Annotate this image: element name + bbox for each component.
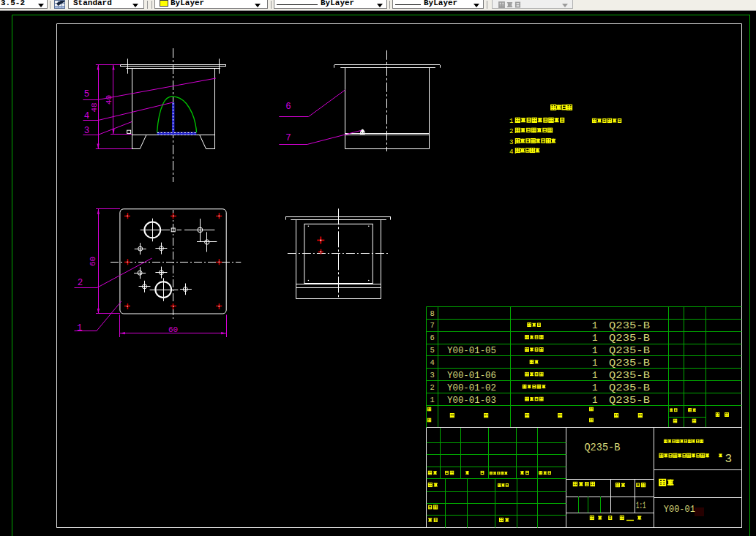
svg-text:Q235-B: Q235-B bbox=[609, 346, 651, 356]
svg-text:1: 1 bbox=[592, 383, 598, 393]
svg-text:4: 4 bbox=[84, 111, 90, 121]
svg-text:Y00-01-02: Y00-01-02 bbox=[447, 382, 496, 393]
svg-text:Q235-B: Q235-B bbox=[584, 442, 620, 453]
svg-text:1: 1 bbox=[77, 323, 83, 333]
svg-text:Q235-B: Q235-B bbox=[609, 358, 651, 369]
svg-text:1: 1 bbox=[592, 321, 598, 331]
svg-text:1: 1 bbox=[430, 396, 435, 404]
svg-text:2: 2 bbox=[78, 278, 83, 288]
svg-text:3: 3 bbox=[430, 371, 435, 380]
svg-text:1:1: 1:1 bbox=[636, 501, 646, 511]
svg-text:6: 6 bbox=[285, 102, 291, 112]
svg-text:2: 2 bbox=[430, 383, 435, 392]
svg-text:40: 40 bbox=[105, 95, 113, 105]
svg-text:Q235-B: Q235-B bbox=[609, 396, 651, 406]
svg-text:1: 1 bbox=[592, 358, 598, 369]
svg-text:Y00-01: Y00-01 bbox=[664, 504, 695, 515]
svg-text:7: 7 bbox=[285, 133, 291, 143]
svg-text:5: 5 bbox=[430, 346, 435, 355]
svg-text:3: 3 bbox=[84, 126, 90, 136]
svg-text:1: 1 bbox=[592, 333, 598, 344]
svg-text:6: 6 bbox=[430, 333, 435, 342]
svg-text:Q235-B: Q235-B bbox=[609, 371, 651, 381]
svg-text:4: 4 bbox=[430, 358, 435, 367]
svg-text:48: 48 bbox=[90, 102, 99, 112]
svg-text:Y00-01-03: Y00-01-03 bbox=[447, 395, 496, 406]
svg-text:Q235-B: Q235-B bbox=[609, 333, 651, 344]
svg-text:1: 1 bbox=[592, 396, 598, 406]
svg-text:1: 1 bbox=[592, 371, 598, 381]
svg-text:60: 60 bbox=[89, 257, 97, 266]
svg-text:Q235-B: Q235-B bbox=[609, 383, 651, 393]
svg-text:3: 3 bbox=[725, 453, 733, 466]
svg-text:5: 5 bbox=[84, 89, 90, 99]
svg-text:7: 7 bbox=[430, 321, 435, 330]
svg-text:60: 60 bbox=[168, 325, 178, 334]
svg-text:8: 8 bbox=[430, 309, 435, 318]
svg-text:Y00-01-05: Y00-01-05 bbox=[447, 345, 496, 356]
svg-text:Y00-01-06: Y00-01-06 bbox=[447, 370, 496, 381]
svg-text:1: 1 bbox=[592, 346, 598, 356]
svg-text:Q235-B: Q235-B bbox=[609, 321, 651, 331]
